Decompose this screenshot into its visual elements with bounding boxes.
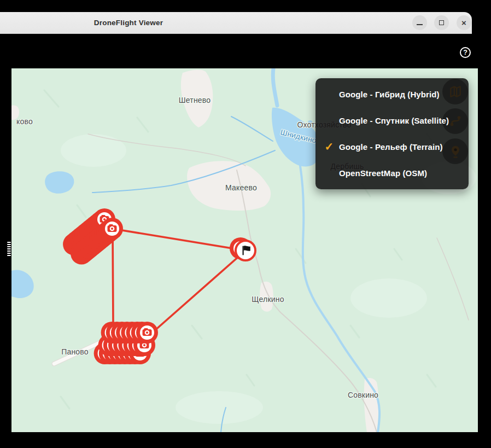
flight-path-line [149, 251, 245, 335]
check-icon: ✓ [322, 140, 337, 153]
titlebar: DroneFlight Viewer × [0, 12, 472, 34]
help-icon: ? [463, 49, 467, 56]
layer-option-label: Google - Гибрид (Hybrid) [339, 90, 440, 99]
camera-marker[interactable] [136, 322, 158, 344]
maximize-button[interactable] [434, 15, 449, 30]
minimize-icon [417, 24, 423, 25]
window-title: DroneFlight Viewer [66, 12, 191, 33]
flight-path-line [112, 229, 245, 251]
app-window: { "window": { "title": "DroneFlight View… [0, 0, 491, 448]
layer-option[interactable]: ✓Google - Гибрид (Hybrid) [315, 81, 469, 107]
close-button[interactable]: × [457, 15, 471, 30]
layer-option-label: Google - Спутник (Satellite) [339, 116, 449, 125]
layer-option-label: Google - Рельеф (Terrain) [339, 142, 443, 152]
layer-option[interactable]: ✓Google - Спутник (Satellite) [315, 107, 469, 133]
help-button[interactable]: ? [460, 47, 471, 58]
camera-marker[interactable] [101, 218, 123, 240]
minimize-button[interactable] [412, 15, 427, 30]
flag-marker[interactable] [236, 241, 255, 260]
layer-option[interactable]: ✓Google - Рельеф (Terrain) [315, 133, 469, 160]
layer-option[interactable]: ✓OpenStreetMap (OSM) [315, 160, 469, 186]
layer-menu: ✓Google - Гибрид (Hybrid)✓Google - Спутн… [315, 78, 469, 189]
layer-option-label: OpenStreetMap (OSM) [339, 168, 427, 178]
maximize-icon [439, 20, 444, 25]
flight-path-line [113, 229, 113, 324]
pane-resize-grip[interactable] [7, 242, 11, 257]
close-icon: × [461, 19, 466, 27]
